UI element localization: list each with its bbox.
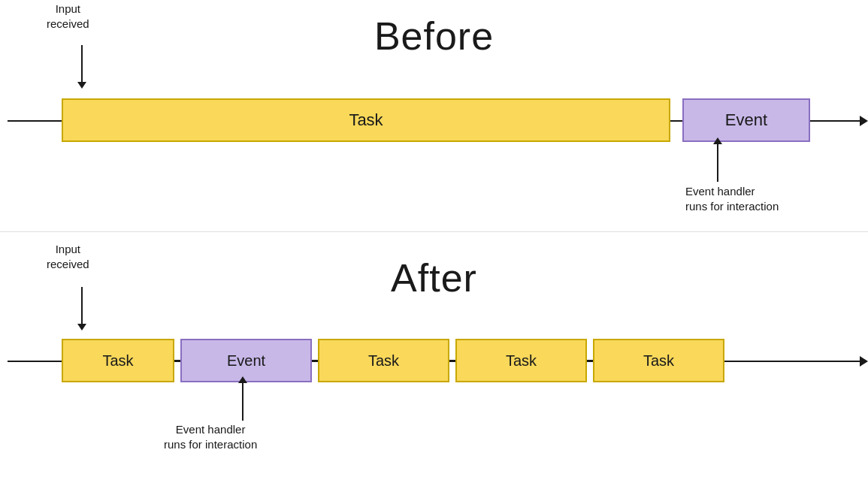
before-title: Before [374, 14, 494, 59]
connector-2 [312, 360, 318, 361]
after-event-arrow [242, 383, 243, 421]
after-task-box-3: Task [455, 339, 587, 382]
connector-3 [449, 360, 455, 361]
after-title: After [391, 255, 477, 300]
after-input-arrow [81, 287, 83, 325]
before-input-arrow [81, 45, 83, 83]
before-event-handler-label: Event handlerruns for interaction [685, 184, 779, 213]
after-input-label: Inputreceived [47, 242, 89, 271]
before-input-label: Inputreceived [47, 2, 89, 31]
before-event-arrow [717, 144, 718, 182]
after-task-box-4: Task [593, 339, 724, 382]
before-task-box: Task [62, 98, 670, 142]
diagram-container: Before Inputreceived Task Event Event ha… [0, 0, 868, 486]
connector-1 [174, 360, 180, 361]
connector-4 [587, 360, 593, 361]
after-task-box-2: Task [318, 339, 449, 382]
before-event-box: Event [682, 98, 810, 142]
after-event-handler-label: Event handlerruns for interaction [164, 422, 257, 451]
after-task-box-1: Task [62, 339, 174, 382]
section-divider [0, 231, 868, 232]
